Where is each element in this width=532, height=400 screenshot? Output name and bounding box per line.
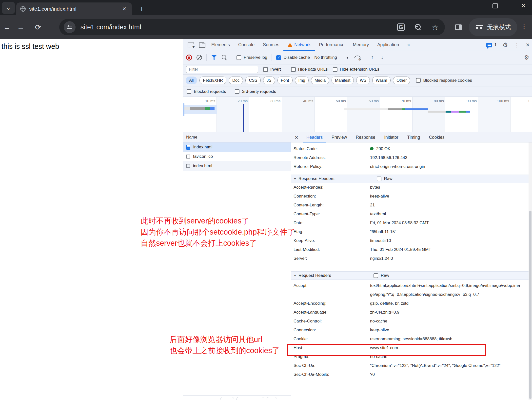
devtools-menu-icon[interactable]: ⋮ bbox=[514, 41, 520, 48]
tab-close-icon[interactable]: ✕ bbox=[121, 5, 128, 12]
chevron-down-icon: ⌄ bbox=[6, 5, 11, 11]
chip-manifest[interactable]: Manifest bbox=[332, 77, 354, 84]
close-detail-icon[interactable]: ✕ bbox=[294, 135, 301, 140]
chip-other[interactable]: Other bbox=[393, 77, 410, 84]
browser-tab[interactable]: site1.com/index.html ✕ bbox=[16, 2, 132, 15]
filter-input[interactable] bbox=[186, 66, 258, 73]
header-row: Accept-Encoding:gzip, deflate, br, zstd bbox=[291, 299, 529, 308]
tab-elements[interactable]: Elements bbox=[207, 39, 234, 51]
site-settings-icon[interactable] bbox=[64, 21, 76, 33]
filter-funnel-icon[interactable] bbox=[211, 55, 217, 60]
chip-font[interactable]: Font bbox=[277, 77, 293, 84]
detail-tab-initiator[interactable]: Initiator bbox=[381, 132, 402, 142]
chip-all[interactable]: All bbox=[186, 77, 197, 84]
issues-count[interactable]: 1 bbox=[494, 42, 496, 47]
name-column-header[interactable]: Name bbox=[183, 132, 291, 142]
disable-cache-checkbox[interactable]: ✓ bbox=[276, 55, 281, 60]
request-headers-section[interactable]: ▼ Request Headers Raw bbox=[291, 271, 529, 280]
disable-cache-toggle[interactable]: ✓ Disable cache bbox=[276, 55, 310, 60]
chip-wasm[interactable]: Wasm bbox=[372, 77, 391, 84]
blocked-requests-toggle[interactable]: Blocked requests bbox=[187, 89, 226, 94]
detail-tab-headers[interactable]: Headers bbox=[303, 132, 326, 142]
detail-tab-response[interactable]: Response bbox=[352, 132, 379, 142]
bookmark-star-icon[interactable]: ☆ bbox=[432, 23, 438, 32]
annotation-block-1: 此时不再收到server的cookies了 因为你不再访问那个setcookie… bbox=[141, 215, 295, 249]
network-settings-icon[interactable]: ⚙ bbox=[524, 54, 529, 61]
tab-sources[interactable]: Sources bbox=[259, 39, 283, 51]
blocked-response-cookies-toggle[interactable]: Blocked response cookies bbox=[416, 78, 472, 83]
request-row[interactable]: favicon.ico bbox=[183, 152, 291, 161]
raw-toggle[interactable]: Raw bbox=[374, 273, 389, 278]
inspect-element-icon[interactable] bbox=[188, 42, 194, 48]
request-row[interactable]: index.html bbox=[183, 161, 291, 171]
chip-ws[interactable]: WS bbox=[356, 77, 370, 84]
tab-network[interactable]: ! Network bbox=[283, 39, 315, 51]
tab-console[interactable]: Console bbox=[234, 39, 259, 51]
url-bar[interactable]: site1.com/index.html G ☆ bbox=[59, 19, 445, 35]
reload-button[interactable]: ⟳ bbox=[31, 23, 45, 32]
chip-css[interactable]: CSS bbox=[245, 77, 261, 84]
chip-doc[interactable]: Doc bbox=[229, 77, 243, 84]
third-party-requests-toggle[interactable]: 3rd-party requests bbox=[235, 89, 276, 94]
header-row: Etag:"65bafb11-15" bbox=[291, 227, 529, 236]
hide-extension-urls-toggle[interactable]: Hide extension URLs bbox=[333, 67, 379, 72]
waterfall-bar bbox=[184, 107, 215, 110]
header-row: Accept-Ranges:bytes bbox=[291, 183, 529, 192]
detail-tab-cookies[interactable]: Cookies bbox=[425, 132, 448, 142]
issues-icon[interactable] bbox=[486, 43, 492, 47]
response-headers-section[interactable]: ▼ Response Headers Raw bbox=[291, 175, 529, 183]
scrollbar-thumb[interactable] bbox=[529, 211, 532, 399]
device-toolbar-icon[interactable] bbox=[199, 42, 205, 48]
chip-js[interactable]: JS bbox=[263, 77, 275, 84]
preserve-log-checkbox[interactable] bbox=[236, 55, 241, 60]
clear-icon[interactable] bbox=[197, 55, 202, 60]
chip-img[interactable]: Img bbox=[295, 77, 309, 84]
tab-application[interactable]: Application bbox=[373, 39, 403, 51]
disclosure-triangle-icon[interactable]: ▼ bbox=[294, 274, 296, 277]
devtools-settings-icon[interactable]: ⚙ bbox=[503, 41, 508, 48]
new-tab-button[interactable]: + bbox=[136, 3, 147, 14]
devtools-close-icon[interactable]: ✕ bbox=[526, 42, 530, 48]
translate-icon[interactable]: G bbox=[397, 23, 405, 31]
headers-content: Status Code: 200 OK Remote Address:192.1… bbox=[291, 142, 529, 400]
side-panel-icon[interactable] bbox=[455, 24, 462, 30]
warning-icon: ! bbox=[288, 43, 292, 47]
tick-label: 80 ms bbox=[423, 99, 444, 103]
hide-data-urls-toggle[interactable]: Hide data URLs bbox=[291, 67, 328, 72]
raw-toggle[interactable]: Raw bbox=[377, 176, 392, 181]
window-minimize-button[interactable]: — bbox=[472, 0, 489, 11]
header-row: Content-Length:21 bbox=[291, 201, 529, 210]
forward-button[interactable]: → bbox=[14, 23, 28, 31]
back-button[interactable]: ← bbox=[0, 23, 14, 31]
more-tabs-chevron[interactable]: » bbox=[403, 39, 414, 51]
filter-row: Invert Hide data URLs Hide extension URL… bbox=[183, 64, 532, 75]
throttling-dropdown[interactable]: No throttling ▼ bbox=[314, 55, 349, 60]
zoom-icon[interactable] bbox=[415, 24, 421, 30]
invert-toggle[interactable]: Invert bbox=[263, 67, 281, 72]
tab-performance[interactable]: Performance bbox=[315, 39, 349, 51]
network-conditions-icon[interactable] bbox=[354, 55, 360, 60]
disclosure-triangle-icon[interactable]: ▼ bbox=[294, 177, 296, 180]
window-maximize-button[interactable] bbox=[493, 3, 498, 8]
waterfall-bar bbox=[344, 108, 428, 110]
export-har-icon[interactable]: ↓ bbox=[379, 55, 385, 60]
chip-fetch-xhr[interactable]: Fetch/XHR bbox=[199, 77, 226, 84]
detail-scrollbar[interactable] bbox=[529, 142, 532, 400]
url-text[interactable]: site1.com/index.html bbox=[80, 23, 397, 31]
import-har-icon[interactable]: ↑ bbox=[370, 55, 375, 60]
browser-menu-icon[interactable]: ⋮ bbox=[521, 22, 528, 30]
tab-memory[interactable]: Memory bbox=[349, 39, 373, 51]
tick-label: 40 ms bbox=[293, 99, 313, 103]
network-overview-timeline[interactable]: 10 ms 20 ms 30 ms 40 ms 50 ms 60 ms 70 m… bbox=[183, 97, 532, 132]
tab-search-button[interactable]: ⌄ bbox=[2, 2, 15, 14]
request-type-filters: All Fetch/XHR Doc CSS JS Font Img Media … bbox=[183, 75, 532, 86]
tick-label: 10 ms bbox=[195, 99, 215, 103]
record-icon[interactable] bbox=[186, 55, 192, 60]
preserve-log-toggle[interactable]: Preserve log bbox=[236, 55, 267, 60]
detail-tab-preview[interactable]: Preview bbox=[328, 132, 350, 142]
search-icon[interactable] bbox=[221, 55, 227, 60]
window-close-button[interactable]: ✕ bbox=[515, 0, 532, 11]
chip-media[interactable]: Media bbox=[311, 77, 329, 84]
detail-tab-timing[interactable]: Timing bbox=[404, 132, 424, 142]
request-row[interactable]: index.html bbox=[183, 142, 291, 152]
